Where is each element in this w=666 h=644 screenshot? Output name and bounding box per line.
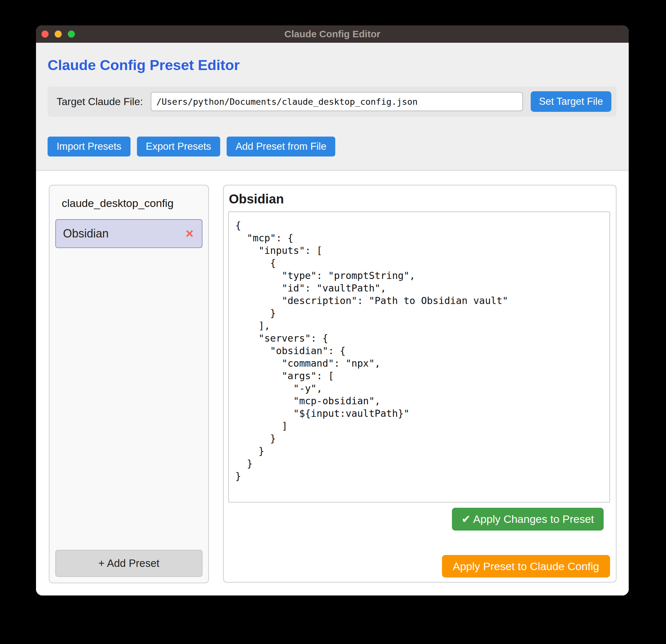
zoom-window-button[interactable]: [68, 31, 75, 38]
preset-list-item-obsidian[interactable]: Obsidian ×: [55, 219, 203, 248]
target-file-row: Target Claude File: Set Target File: [48, 87, 616, 117]
traffic-lights: [41, 25, 75, 43]
close-window-button[interactable]: [41, 31, 49, 38]
target-file-input[interactable]: [151, 92, 523, 111]
delete-preset-icon[interactable]: ×: [186, 227, 193, 240]
main-content: claude_desktop_config Obsidian × + Add P…: [36, 171, 629, 595]
apply-changes-to-preset-button[interactable]: ✔ Apply Changes to Preset: [452, 508, 603, 531]
titlebar: Claude Config Editor: [36, 25, 629, 43]
add-preset-button[interactable]: + Add Preset: [55, 550, 203, 577]
preset-json-editor[interactable]: { "mcp": { "inputs": [ { "type": "prompt…: [228, 212, 610, 503]
target-file-label: Target Claude File:: [56, 96, 143, 108]
preset-editor-heading: Obsidian: [229, 192, 610, 206]
sidebar-spacer: [55, 248, 203, 550]
export-presets-button[interactable]: Export Presets: [137, 137, 220, 157]
preset-list-heading: claude_desktop_config: [62, 197, 203, 210]
page-title: Claude Config Preset Editor: [48, 57, 616, 74]
set-target-file-button[interactable]: Set Target File: [531, 91, 611, 112]
import-presets-button[interactable]: Import Presets: [48, 137, 130, 157]
preset-list-panel: claude_desktop_config Obsidian × + Add P…: [49, 185, 209, 583]
app-window: Claude Config Editor Claude Config Prese…: [36, 25, 629, 595]
preset-toolbar: Import Presets Export Presets Add Preset…: [48, 137, 616, 157]
apply-preset-to-claude-config-button[interactable]: Apply Preset to Claude Config: [442, 555, 610, 577]
preset-editor-panel: Obsidian { "mcp": { "inputs": [ { "type"…: [223, 185, 616, 583]
add-preset-from-file-button[interactable]: Add Preset from File: [227, 137, 336, 157]
header-section: Claude Config Preset Editor Target Claud…: [36, 43, 629, 171]
preset-item-label: Obsidian: [63, 227, 109, 240]
window-title: Claude Config Editor: [284, 29, 380, 39]
minimize-window-button[interactable]: [55, 31, 62, 38]
